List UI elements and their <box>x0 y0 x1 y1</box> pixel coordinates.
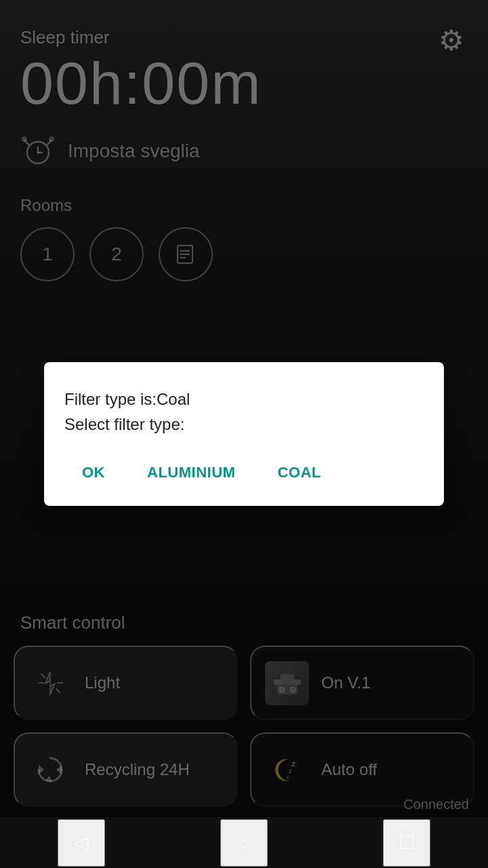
back-icon: ◁ <box>74 831 89 854</box>
dialog-ok-button[interactable]: OK <box>71 458 116 487</box>
dialog-buttons: OK ALUMINIUM COAL <box>64 458 424 487</box>
home-icon: ○ <box>239 832 250 854</box>
dialog-container: Filter type is:Coal Select filter type: … <box>0 0 488 868</box>
dialog-message-line2: Select filter type: <box>64 415 184 433</box>
home-button[interactable]: ○ <box>220 819 268 867</box>
dialog-message-line1: Filter type is:Coal <box>64 390 190 408</box>
dialog-coal-button[interactable]: COAL <box>266 458 331 487</box>
dialog-aluminium-button[interactable]: ALUMINIUM <box>136 458 246 487</box>
back-button[interactable]: ◁ <box>58 819 105 867</box>
recents-button[interactable]: ☐ <box>383 819 430 867</box>
dialog-message: Filter type is:Coal Select filter type: <box>64 387 424 437</box>
nav-bar: ◁ ○ ☐ <box>0 817 488 868</box>
filter-type-dialog: Filter type is:Coal Select filter type: … <box>44 362 444 506</box>
recents-icon: ☐ <box>399 831 415 854</box>
